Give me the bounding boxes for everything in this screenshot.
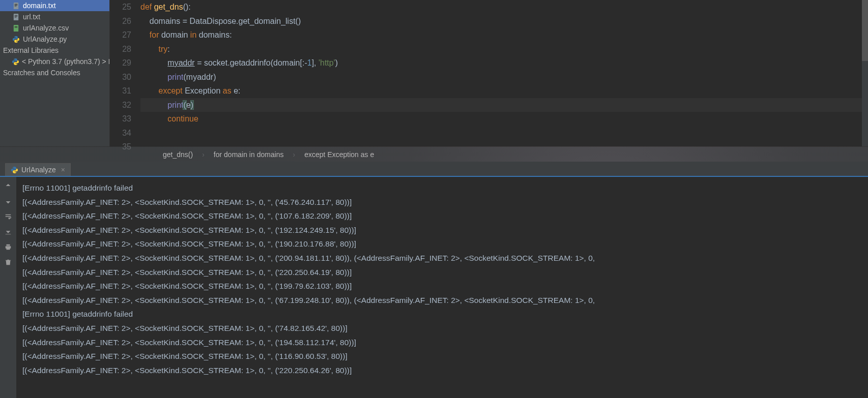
- tree-item-label: domain.txt: [23, 2, 56, 10]
- line-number: 35: [110, 140, 131, 154]
- console-line: [(<AddressFamily.AF_INET: 2>, <SocketKin…: [22, 363, 862, 378]
- project-tree[interactable]: domain.txturl.txturlAnalyze.csvUrlAnalyz…: [0, 0, 110, 146]
- svg-rect-2: [15, 5, 18, 5]
- console-line: [(<AddressFamily.AF_INET: 2>, <SocketKin…: [22, 251, 862, 265]
- line-number: 27: [110, 28, 131, 42]
- csv-icon: [12, 24, 20, 32]
- tree-item-domain-txt[interactable]: domain.txt: [0, 0, 109, 11]
- line-number: 33: [110, 112, 131, 126]
- console-line: [(<AddressFamily.AF_INET: 2>, <SocketKin…: [22, 349, 862, 363]
- txt-icon: [12, 13, 20, 21]
- py-icon: [12, 58, 19, 66]
- svg-rect-1: [15, 4, 18, 4]
- console-line: [(<AddressFamily.AF_INET: 2>, <SocketKin…: [22, 321, 862, 335]
- line-number: 29: [110, 56, 131, 70]
- console-line: [Errno 11001] getaddrinfo failed: [22, 307, 862, 321]
- arrow-up-icon[interactable]: [4, 182, 12, 190]
- code-line[interactable]: print(myaddr): [140, 70, 862, 84]
- console-line: [(<AddressFamily.AF_INET: 2>, <SocketKin…: [22, 195, 862, 209]
- close-icon[interactable]: ×: [61, 166, 65, 174]
- code-content[interactable]: def get_dns(): domains = DataDispose.get…: [140, 0, 862, 154]
- python-icon: [11, 166, 18, 174]
- console-toolbar: [0, 177, 16, 398]
- tree-item-label: urlAnalyze.csv: [23, 24, 69, 32]
- tree-item-url-txt[interactable]: url.txt: [0, 11, 109, 22]
- code-editor[interactable]: 2526272829303132333435 def get_dns(): do…: [110, 0, 862, 146]
- tree-item-external-libraries[interactable]: External Libraries: [0, 45, 109, 56]
- console-line: [(<AddressFamily.AF_INET: 2>, <SocketKin…: [22, 293, 862, 308]
- svg-rect-6: [15, 16, 18, 16]
- line-number: 34: [110, 126, 131, 140]
- line-number: 28: [110, 42, 131, 56]
- svg-rect-10: [15, 27, 18, 27]
- tree-item-urlanalyze-py[interactable]: UrlAnalyze.py: [0, 34, 109, 45]
- code-line[interactable]: def get_dns():: [140, 0, 862, 14]
- code-line[interactable]: for domain in domains:: [140, 28, 862, 42]
- tree-item-label: UrlAnalyze.py: [23, 35, 67, 43]
- code-line[interactable]: try:: [140, 42, 862, 56]
- console-line: [(<AddressFamily.AF_INET: 2>, <SocketKin…: [22, 223, 862, 237]
- console-line: [(<AddressFamily.AF_INET: 2>, <SocketKin…: [22, 335, 862, 350]
- console-line: [(<AddressFamily.AF_INET: 2>, <SocketKin…: [22, 237, 862, 251]
- run-tab-active[interactable]: UrlAnalyze ×: [5, 163, 71, 176]
- editor-scrollbar[interactable]: [862, 0, 868, 146]
- code-line[interactable]: myaddr = socket.getaddrinfo(domain[:-1],…: [140, 56, 862, 70]
- svg-rect-8: [14, 24, 18, 31]
- svg-rect-3: [15, 6, 17, 6]
- arrow-down-icon[interactable]: [4, 197, 12, 205]
- code-line[interactable]: continue: [140, 112, 862, 126]
- line-number: 30: [110, 70, 131, 84]
- console-output[interactable]: [Errno 11001] getaddrinfo failed[(<Addre…: [16, 177, 868, 398]
- py-icon: [12, 36, 20, 43]
- console-line: [(<AddressFamily.AF_INET: 2>, <SocketKin…: [22, 279, 862, 293]
- line-number: 32: [110, 98, 131, 112]
- line-number: 31: [110, 84, 131, 98]
- tree-item-label: Scratches and Consoles: [3, 69, 80, 77]
- tree-item-label: url.txt: [23, 13, 40, 21]
- txt-icon: [12, 2, 20, 10]
- line-number: 25: [110, 0, 131, 14]
- svg-rect-7: [15, 17, 17, 17]
- tree-item-label: < Python 3.7 (python3.7) > D: [22, 57, 110, 66]
- tree-item---python-3-7--python3-7----d[interactable]: < Python 3.7 (python3.7) > D: [0, 56, 109, 67]
- tree-item-scratches-and-consoles[interactable]: Scratches and Consoles: [0, 67, 109, 78]
- console-line: [(<AddressFamily.AF_INET: 2>, <SocketKin…: [22, 265, 862, 280]
- line-number: 26: [110, 14, 131, 28]
- code-line[interactable]: except Exception as e:: [140, 84, 862, 98]
- trash-icon[interactable]: [4, 258, 12, 266]
- code-line[interactable]: [140, 126, 862, 140]
- tree-item-label: External Libraries: [3, 46, 59, 54]
- run-tab-label: UrlAnalyze: [21, 166, 56, 174]
- soft-wrap-icon[interactable]: [4, 212, 12, 221]
- scroll-to-end-icon[interactable]: [4, 228, 12, 236]
- svg-rect-9: [15, 26, 18, 26]
- svg-rect-5: [15, 15, 18, 15]
- code-line[interactable]: domains = DataDispose.get_domain_list(): [140, 14, 862, 28]
- run-tabs-bar[interactable]: UrlAnalyze ×: [0, 162, 868, 177]
- tree-item-urlanalyze-csv[interactable]: urlAnalyze.csv: [0, 22, 109, 34]
- code-line[interactable]: print(e): [140, 98, 862, 112]
- code-line[interactable]: [140, 140, 862, 154]
- print-icon[interactable]: [4, 243, 12, 251]
- console-line: [(<AddressFamily.AF_INET: 2>, <SocketKin…: [22, 209, 862, 223]
- console-line: [Errno 11001] getaddrinfo failed: [22, 181, 862, 195]
- line-gutter: 2526272829303132333435: [110, 0, 140, 154]
